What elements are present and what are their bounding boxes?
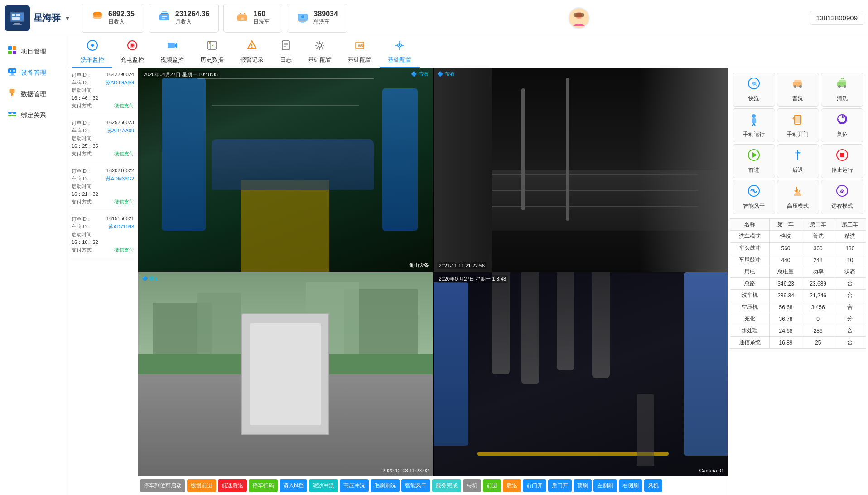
ctrl-manual-run[interactable]: 手动运行 <box>733 108 775 142</box>
th-second-car: 第二车 <box>802 219 834 231</box>
btn-service-done[interactable]: 服务完成 <box>432 479 461 492</box>
btn-wait[interactable]: 待机 <box>463 479 481 492</box>
ctrl-high-press-icon <box>791 184 805 200</box>
tab-wash-monitor-label: 洗车监控 <box>81 56 104 64</box>
status-cell-name-9: 通信系统 <box>730 337 770 349</box>
tab-charge-monitor[interactable]: 充电监控 <box>112 36 152 68</box>
ctrl-manual-open[interactable]: 手动开门 <box>777 108 820 142</box>
svg-rect-5 <box>14 23 20 24</box>
camera-cell-4: 2020年0 月27日 星期一 1 3:48 Camera 01 <box>434 272 728 476</box>
order-item-0: 订单ID：1642290024 车牌ID：苏AD4GA6G 启动时间 16：46… <box>72 72 134 114</box>
status-cell-v1-0: 快洗 <box>770 231 802 243</box>
th-first-car: 第一车 <box>770 219 802 231</box>
status-cell-v2-5: 21,246 <box>802 290 834 301</box>
btn-back[interactable]: 后退 <box>503 479 521 492</box>
logo-icon <box>5 5 30 31</box>
btn-smart-dry[interactable]: 智能风干 <box>401 479 430 492</box>
sidebar-item-device-mgmt[interactable]: 设备管理 <box>0 62 68 83</box>
status-cell-name-2: 车尾鼓冲 <box>730 254 770 266</box>
tab-wash-monitor[interactable]: 洗车监控 <box>72 36 112 68</box>
right-panel: 快 快洗 普洗 <box>728 68 868 495</box>
btn-back-open[interactable]: 后门开 <box>548 479 572 492</box>
svg-rect-16 <box>244 13 245 14</box>
logo-arrow[interactable]: ▼ <box>64 15 71 22</box>
status-cell-v2-8: 286 <box>802 325 834 337</box>
tab-basic-config1[interactable]: 基础配置 <box>300 36 340 68</box>
ctrl-forward[interactable]: 前进 <box>733 144 775 178</box>
stat-monthly-income: 231264.36 月收入 <box>149 4 219 33</box>
tab-history-data[interactable]: 历史数据 <box>192 36 232 68</box>
btn-right-side[interactable]: 右侧刷 <box>619 479 642 492</box>
svg-rect-55 <box>209 42 210 44</box>
basic-config3-icon <box>394 39 405 54</box>
ctrl-stop[interactable]: 停止运行 <box>821 144 863 178</box>
tab-alarm-record[interactable]: 报警记录 <box>232 36 272 68</box>
ctrl-smart-dry[interactable]: 智能风干 <box>733 180 775 214</box>
svg-rect-10 <box>162 11 167 12</box>
btn-enter-n[interactable]: 请入N档 <box>280 479 307 492</box>
tabs-bar: 洗车监控 充电监控 视频监控 历史数据 <box>68 36 868 68</box>
ctrl-clean-wash[interactable]: 清洗 <box>821 73 863 107</box>
camera-grid: 2020年04月27日 星期一 10:48:35 🔷 萤石 龟山设备 <box>138 68 728 476</box>
sidebar-item-bind-rel[interactable]: 绑定关系 <box>0 105 68 126</box>
ctrl-normal-wash-label: 普洗 <box>792 95 803 102</box>
ctrl-backward[interactable]: 后退 <box>777 144 820 178</box>
status-cell-v3-6: 合 <box>834 301 866 313</box>
plate-val-0[interactable]: 苏AD4GA6G <box>106 79 134 86</box>
status-row-4: 总路346.2323,689合 <box>730 278 866 290</box>
svg-rect-36 <box>10 89 14 93</box>
total-wash-value: 389034 <box>313 10 338 18</box>
camera-cell-2: 2021-11 11 21:22:56 🔷 萤石 <box>434 68 728 272</box>
tab-basic-config2[interactable]: WX 基础配置 <box>340 36 380 68</box>
svg-rect-59 <box>282 41 289 50</box>
svg-rect-2 <box>12 14 15 16</box>
data-mgmt-icon <box>7 88 17 100</box>
status-cell-v2-0: 普洗 <box>802 231 834 243</box>
pay-val-3: 微信支付 <box>114 247 134 253</box>
ctrl-remote[interactable]: 远程模式 <box>821 180 863 214</box>
ctrl-high-press[interactable]: 高压模式 <box>777 180 820 214</box>
plate-label-0: 车牌ID： <box>72 79 92 86</box>
status-cell-v1-6: 56.68 <box>770 301 802 313</box>
tab-video-monitor[interactable]: 视频监控 <box>152 36 192 68</box>
btn-front-open[interactable]: 前门开 <box>523 479 546 492</box>
th-third-car: 第三车 <box>834 219 866 231</box>
svg-point-46 <box>91 44 94 47</box>
ctrl-manual-open-label: 手动开门 <box>787 131 809 138</box>
btn-brush-wash[interactable]: 毛刷刷洗 <box>371 479 400 492</box>
plate-val-2[interactable]: 苏ADM36G2 <box>106 175 134 182</box>
ctrl-reset[interactable]: 复位 <box>821 108 863 142</box>
status-cell-v1-4: 346.23 <box>770 278 802 290</box>
tab-basic-config3[interactable]: 基础配置 <box>380 36 420 68</box>
btn-fan[interactable]: 风机 <box>644 479 662 492</box>
btn-low-back[interactable]: 低速后退 <box>218 479 247 492</box>
status-row-3: 用电总电量功率状态 <box>730 266 866 278</box>
btn-park-start[interactable]: 停车到位可启动 <box>140 479 185 492</box>
camera-2-timestamp: 2021-11 11 21:22:56 <box>437 262 487 269</box>
status-cell-name-6: 空压机 <box>730 301 770 313</box>
ctrl-normal-wash[interactable]: 普洗 <box>777 73 820 107</box>
monthly-income-label: 月收入 <box>175 18 210 26</box>
status-cell-name-5: 洗车机 <box>730 290 770 301</box>
plate-val-3[interactable]: 苏AD71098 <box>108 223 134 230</box>
btn-top[interactable]: 顶刷 <box>574 479 592 492</box>
ctrl-reset-icon <box>835 112 849 129</box>
ctrl-remote-icon <box>835 184 849 200</box>
status-cell-v3-4: 合 <box>834 278 866 290</box>
sidebar-item-project-mgmt[interactable]: 项目管理 <box>0 41 68 62</box>
camera-3-timestamp: 2020-12-08 11:28:02 <box>382 468 429 473</box>
svg-point-63 <box>318 44 322 47</box>
svg-marker-51 <box>175 43 177 48</box>
btn-park-scan[interactable]: 停车扫码 <box>249 479 278 492</box>
tab-log[interactable]: 日志 <box>272 36 300 68</box>
btn-fwd[interactable]: 前进 <box>483 479 501 492</box>
btn-mud-wash[interactable]: 泥沙冲洗 <box>309 479 338 492</box>
ctrl-quick-wash[interactable]: 快 快洗 <box>733 73 775 107</box>
sidebar-item-data-mgmt[interactable]: 数据管理 <box>0 83 68 105</box>
btn-left-side[interactable]: 左侧刷 <box>593 479 617 492</box>
btn-high-press[interactable]: 高压冲洗 <box>340 479 369 492</box>
status-cell-v3-7: 分 <box>834 313 866 325</box>
plate-val-1[interactable]: 苏AD4AA69 <box>107 127 134 134</box>
btn-slow-fwd[interactable]: 缓慢前进 <box>187 479 216 492</box>
start-label-2: 启动时间 <box>72 183 92 190</box>
